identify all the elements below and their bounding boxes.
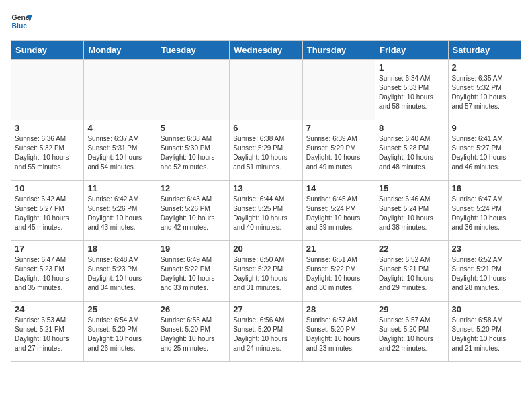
- calendar-cell: 10Sunrise: 6:42 AM Sunset: 5:27 PM Dayli…: [11, 181, 84, 241]
- calendar-cell: 13Sunrise: 6:44 AM Sunset: 5:25 PM Dayli…: [230, 181, 302, 241]
- logo-icon: General Blue: [11, 11, 32, 32]
- weekday-wednesday: Wednesday: [230, 41, 302, 60]
- day-info: Sunrise: 6:38 AM Sunset: 5:30 PM Dayligh…: [161, 134, 226, 172]
- calendar-cell: 11Sunrise: 6:42 AM Sunset: 5:26 PM Dayli…: [84, 181, 157, 241]
- calendar-cell: 1Sunrise: 6:34 AM Sunset: 5:33 PM Daylig…: [375, 60, 448, 120]
- day-number: 12: [161, 183, 226, 193]
- calendar-cell: [302, 60, 375, 120]
- day-info: Sunrise: 6:42 AM Sunset: 5:27 PM Dayligh…: [15, 195, 80, 232]
- calendar-cell: 20Sunrise: 6:50 AM Sunset: 5:22 PM Dayli…: [230, 241, 302, 302]
- calendar-cell: 29Sunrise: 6:57 AM Sunset: 5:20 PM Dayli…: [375, 302, 448, 362]
- calendar-cell: 21Sunrise: 6:51 AM Sunset: 5:22 PM Dayli…: [302, 241, 375, 302]
- calendar-cell: 18Sunrise: 6:48 AM Sunset: 5:23 PM Dayli…: [84, 241, 157, 302]
- day-info: Sunrise: 6:49 AM Sunset: 5:22 PM Dayligh…: [161, 255, 226, 293]
- day-number: 1: [379, 62, 444, 73]
- day-info: Sunrise: 6:53 AM Sunset: 5:21 PM Dayligh…: [15, 316, 80, 353]
- weekday-tuesday: Tuesday: [157, 41, 229, 60]
- day-info: Sunrise: 6:45 AM Sunset: 5:24 PM Dayligh…: [306, 195, 371, 232]
- day-number: 6: [233, 123, 298, 133]
- day-info: Sunrise: 6:47 AM Sunset: 5:23 PM Dayligh…: [15, 255, 80, 293]
- day-info: Sunrise: 6:52 AM Sunset: 5:21 PM Dayligh…: [452, 255, 517, 293]
- weekday-saturday: Saturday: [448, 41, 521, 60]
- day-number: 11: [87, 183, 152, 193]
- day-number: 26: [161, 304, 226, 314]
- calendar-cell: 9Sunrise: 6:41 AM Sunset: 5:27 PM Daylig…: [448, 120, 521, 181]
- day-number: 4: [87, 123, 152, 133]
- day-info: Sunrise: 6:35 AM Sunset: 5:32 PM Dayligh…: [452, 74, 517, 111]
- day-info: Sunrise: 6:42 AM Sunset: 5:26 PM Dayligh…: [87, 195, 152, 232]
- day-number: 15: [379, 183, 444, 193]
- calendar-cell: [11, 60, 84, 120]
- calendar-cell: 17Sunrise: 6:47 AM Sunset: 5:23 PM Dayli…: [11, 241, 84, 302]
- day-number: 14: [306, 183, 371, 193]
- day-info: Sunrise: 6:56 AM Sunset: 5:20 PM Dayligh…: [233, 316, 298, 353]
- calendar-body: 1Sunrise: 6:34 AM Sunset: 5:33 PM Daylig…: [11, 60, 521, 362]
- day-number: 25: [87, 304, 152, 314]
- day-number: 22: [379, 244, 444, 254]
- calendar-cell: 24Sunrise: 6:53 AM Sunset: 5:21 PM Dayli…: [11, 302, 84, 362]
- calendar-cell: 28Sunrise: 6:57 AM Sunset: 5:20 PM Dayli…: [302, 302, 375, 362]
- day-number: 7: [306, 123, 371, 133]
- calendar-cell: 8Sunrise: 6:40 AM Sunset: 5:28 PM Daylig…: [375, 120, 448, 181]
- day-info: Sunrise: 6:41 AM Sunset: 5:27 PM Dayligh…: [452, 134, 517, 172]
- weekday-monday: Monday: [84, 41, 157, 60]
- calendar-cell: 4Sunrise: 6:37 AM Sunset: 5:31 PM Daylig…: [84, 120, 157, 181]
- day-number: 19: [161, 244, 226, 254]
- calendar-cell: 23Sunrise: 6:52 AM Sunset: 5:21 PM Dayli…: [448, 241, 521, 302]
- weekday-sunday: Sunday: [11, 41, 84, 60]
- day-info: Sunrise: 6:51 AM Sunset: 5:22 PM Dayligh…: [306, 255, 371, 293]
- calendar-cell: 15Sunrise: 6:46 AM Sunset: 5:24 PM Dayli…: [375, 181, 448, 241]
- calendar-cell: 12Sunrise: 6:43 AM Sunset: 5:26 PM Dayli…: [157, 181, 229, 241]
- day-info: Sunrise: 6:39 AM Sunset: 5:29 PM Dayligh…: [306, 134, 371, 172]
- day-info: Sunrise: 6:36 AM Sunset: 5:32 PM Dayligh…: [15, 134, 80, 172]
- day-info: Sunrise: 6:57 AM Sunset: 5:20 PM Dayligh…: [306, 316, 371, 353]
- day-number: 21: [306, 244, 371, 254]
- day-number: 9: [452, 123, 517, 133]
- page-header: General Blue: [11, 11, 521, 32]
- week-row-3: 10Sunrise: 6:42 AM Sunset: 5:27 PM Dayli…: [11, 181, 521, 241]
- calendar-cell: 16Sunrise: 6:47 AM Sunset: 5:24 PM Dayli…: [448, 181, 521, 241]
- day-info: Sunrise: 6:57 AM Sunset: 5:20 PM Dayligh…: [379, 316, 444, 353]
- calendar-table: SundayMondayTuesdayWednesdayThursdayFrid…: [11, 40, 521, 362]
- calendar-cell: [230, 60, 302, 120]
- calendar-cell: 7Sunrise: 6:39 AM Sunset: 5:29 PM Daylig…: [302, 120, 375, 181]
- calendar-cell: [84, 60, 157, 120]
- calendar-cell: 5Sunrise: 6:38 AM Sunset: 5:30 PM Daylig…: [157, 120, 229, 181]
- day-number: 18: [87, 244, 152, 254]
- day-number: 8: [379, 123, 444, 133]
- svg-text:Blue: Blue: [12, 22, 28, 30]
- day-info: Sunrise: 6:40 AM Sunset: 5:28 PM Dayligh…: [379, 134, 444, 172]
- day-info: Sunrise: 6:55 AM Sunset: 5:20 PM Dayligh…: [161, 316, 226, 353]
- weekday-friday: Friday: [375, 41, 448, 60]
- calendar-cell: [157, 60, 229, 120]
- day-number: 30: [452, 304, 517, 314]
- day-info: Sunrise: 6:50 AM Sunset: 5:22 PM Dayligh…: [233, 255, 298, 293]
- day-info: Sunrise: 6:58 AM Sunset: 5:20 PM Dayligh…: [452, 316, 517, 353]
- day-info: Sunrise: 6:44 AM Sunset: 5:25 PM Dayligh…: [233, 195, 298, 232]
- week-row-2: 3Sunrise: 6:36 AM Sunset: 5:32 PM Daylig…: [11, 120, 521, 181]
- calendar-cell: 22Sunrise: 6:52 AM Sunset: 5:21 PM Dayli…: [375, 241, 448, 302]
- logo: General Blue: [11, 11, 32, 32]
- weekday-thursday: Thursday: [302, 41, 375, 60]
- day-info: Sunrise: 6:48 AM Sunset: 5:23 PM Dayligh…: [87, 255, 152, 293]
- day-info: Sunrise: 6:54 AM Sunset: 5:20 PM Dayligh…: [87, 316, 152, 353]
- week-row-4: 17Sunrise: 6:47 AM Sunset: 5:23 PM Dayli…: [11, 241, 521, 302]
- calendar-cell: 19Sunrise: 6:49 AM Sunset: 5:22 PM Dayli…: [157, 241, 229, 302]
- day-info: Sunrise: 6:52 AM Sunset: 5:21 PM Dayligh…: [379, 255, 444, 293]
- calendar-cell: 27Sunrise: 6:56 AM Sunset: 5:20 PM Dayli…: [230, 302, 302, 362]
- calendar-cell: 2Sunrise: 6:35 AM Sunset: 5:32 PM Daylig…: [448, 60, 521, 120]
- calendar-cell: 6Sunrise: 6:38 AM Sunset: 5:29 PM Daylig…: [230, 120, 302, 181]
- week-row-1: 1Sunrise: 6:34 AM Sunset: 5:33 PM Daylig…: [11, 60, 521, 120]
- day-number: 5: [161, 123, 226, 133]
- day-number: 24: [15, 304, 80, 314]
- calendar-cell: 30Sunrise: 6:58 AM Sunset: 5:20 PM Dayli…: [448, 302, 521, 362]
- day-number: 20: [233, 244, 298, 254]
- day-number: 2: [452, 62, 517, 73]
- day-number: 13: [233, 183, 298, 193]
- day-number: 29: [379, 304, 444, 314]
- day-info: Sunrise: 6:34 AM Sunset: 5:33 PM Dayligh…: [379, 74, 444, 111]
- weekday-header-row: SundayMondayTuesdayWednesdayThursdayFrid…: [11, 41, 521, 60]
- week-row-5: 24Sunrise: 6:53 AM Sunset: 5:21 PM Dayli…: [11, 302, 521, 362]
- day-info: Sunrise: 6:37 AM Sunset: 5:31 PM Dayligh…: [87, 134, 152, 172]
- day-number: 10: [15, 183, 80, 193]
